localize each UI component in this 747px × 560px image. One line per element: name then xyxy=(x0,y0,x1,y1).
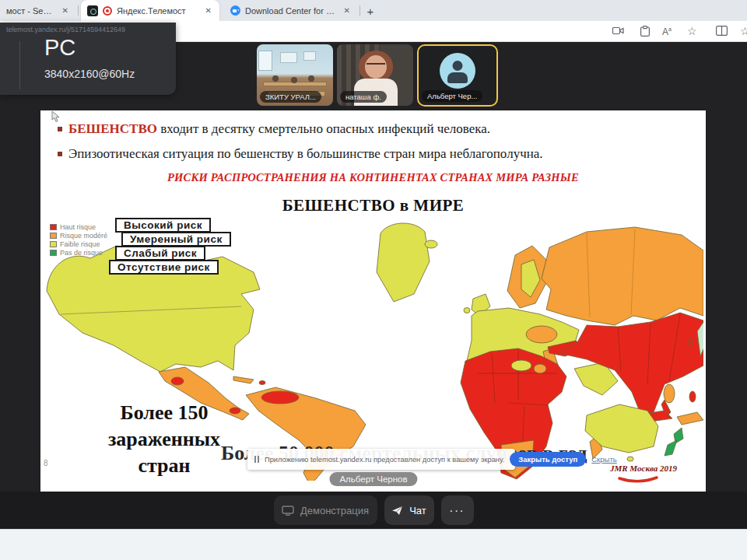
legend-box-low-risk: Слабый риск xyxy=(115,246,205,261)
tab-recording-icon xyxy=(103,6,112,16)
tab-close-icon[interactable]: ✕ xyxy=(61,6,70,15)
legend-box-high-risk: Высокий риск xyxy=(115,218,211,233)
avatar xyxy=(440,53,475,89)
clipboard-icon[interactable] xyxy=(640,26,650,37)
credit-swoosh-icon xyxy=(618,476,658,484)
slide-bullet-2: Эпизоотическая ситуация по бешенству в б… xyxy=(58,146,698,162)
slide-page-marker: 8 xyxy=(44,459,48,467)
mouse-cursor-icon xyxy=(51,111,60,123)
more-options-button[interactable]: ··· xyxy=(441,495,474,525)
shared-source-name: PC xyxy=(44,35,75,61)
person xyxy=(272,75,279,82)
shared-source-resolution: 3840x2160@60Hz xyxy=(44,68,135,80)
map-legend-french: Haut risque Risque modéré Faible risque … xyxy=(50,222,107,257)
legend-box-moderate-risk: Умеренный риск xyxy=(121,232,231,247)
tab-title: Яндекс.Телемост xyxy=(117,6,199,16)
hide-notification-link[interactable]: Скрыть xyxy=(591,455,616,464)
tab-telemost[interactable]: Яндекс.Телемост ✕ xyxy=(81,0,219,21)
meeting-control-bar: Демонстрация Чат ··· xyxy=(0,492,747,529)
telemost-favicon-icon xyxy=(87,5,98,16)
map-credit: JMR Москва 2019 xyxy=(610,464,677,473)
tab-search[interactable]: мост - Search ✕ xyxy=(0,0,76,21)
zoom-favicon-icon xyxy=(230,5,240,16)
shared-url-text: telemost.yandex.ru/j/51714594412649 xyxy=(6,26,171,33)
stop-sharing-button[interactable]: Закрыть доступ xyxy=(510,452,586,467)
map-philippines xyxy=(689,391,696,402)
classroom-board xyxy=(280,52,297,63)
bullet2-text: Эпизоотическая ситуация по бешенству в б… xyxy=(68,146,543,162)
map-iceland xyxy=(425,240,437,248)
map-new-zealand xyxy=(665,440,677,456)
legend-swatch-low xyxy=(50,241,57,247)
participant-name-label: Альберт Чер... xyxy=(422,90,482,102)
map-asia xyxy=(559,313,703,415)
map-title: БЕШЕНСТВО в МИРЕ xyxy=(40,196,706,215)
classroom-board xyxy=(303,51,316,61)
bullet-square-icon xyxy=(58,127,62,131)
legend-swatch-high xyxy=(50,224,57,230)
screen: { "browser": { "tabs": [ { "title": "мос… xyxy=(0,0,747,560)
stat-infected-countries: Более 150 зараженных стран xyxy=(51,400,277,479)
tab-capture-icon[interactable] xyxy=(612,26,624,36)
participant-tile-natasha[interactable]: наташа ф. xyxy=(337,44,413,106)
tab-title: Download Center for Zoom App xyxy=(245,6,338,16)
screen-share-notification: Приложению telemost.yandex.ru предоставл… xyxy=(247,449,515,470)
legend-box-no-risk: Отсутствие риск xyxy=(109,260,219,275)
new-tab-button[interactable]: + xyxy=(363,3,378,19)
map-cuba xyxy=(233,376,254,383)
participant-name-label: ЗКИТУ УРАЛ... xyxy=(260,91,321,103)
tab-zoom-download[interactable]: Download Center for Zoom App ✕ xyxy=(224,0,358,21)
legend-swatch-moderate xyxy=(50,233,57,239)
tab-separator xyxy=(78,5,79,16)
screen-share-source-tooltip: telemost.yandex.ru/j/51714594412649 PC 3… xyxy=(0,23,176,95)
favorites-star-icon[interactable]: ☆ xyxy=(687,25,697,37)
paper-plane-icon xyxy=(391,506,403,516)
bullet-square-icon xyxy=(58,152,62,156)
tab-separator xyxy=(359,5,360,16)
slide-bullet-1: БЕШЕНСТВО входит в десятку смертельно оп… xyxy=(58,121,698,137)
legend-swatch-none xyxy=(50,250,57,256)
bullet1-keyword: БЕШЕНСТВО xyxy=(68,121,157,136)
avatar-person-icon xyxy=(453,61,463,71)
browser-tab-strip: мост - Search ✕ Яндекс.Телемост ✕ Downlo… xyxy=(0,0,747,21)
collections-icon[interactable] xyxy=(716,26,728,36)
slide-subtitle: РИСКИ РАСПРОСТРАНЕНИЯ НА КОНТИНЕНТАХ СТР… xyxy=(40,171,706,184)
capture-bars-icon xyxy=(254,456,259,463)
bullet1-text: входит в десятку смертельно опасных инфе… xyxy=(157,121,490,136)
participant-tile-zkitu[interactable]: ЗКИТУ УРАЛ... xyxy=(257,44,333,106)
share-screen-button[interactable]: Демонстрация xyxy=(274,495,377,525)
avatar-person-icon xyxy=(447,72,468,83)
windows-taskbar xyxy=(0,529,747,560)
participant-name-label: наташа ф. xyxy=(340,91,387,103)
map-russia xyxy=(542,227,703,325)
person-glasses xyxy=(366,63,385,68)
map-greenland xyxy=(377,223,430,302)
notification-message: Приложению telemost.yandex.ru предоставл… xyxy=(265,456,504,464)
tab-close-icon[interactable]: ✕ xyxy=(204,6,213,15)
chat-button[interactable]: Чат xyxy=(384,495,434,525)
tab-close-icon[interactable]: ✕ xyxy=(342,6,352,15)
participant-tile-albert-active[interactable]: Альберт Чер... xyxy=(417,44,498,107)
active-speaker-label: Альберт Чернов xyxy=(329,472,417,486)
map-southeast-asia xyxy=(664,384,675,403)
person xyxy=(308,75,314,82)
tooltip-divider xyxy=(19,41,20,89)
shared-slide: БЕШЕНСТВО входит в десятку смертельно оп… xyxy=(40,110,706,492)
tab-title: мост - Search xyxy=(6,6,56,16)
font-size-icon[interactable]: Aa xyxy=(662,26,672,37)
split-screen-icon[interactable]: ☆ xyxy=(740,25,747,37)
monitor-icon xyxy=(282,506,294,516)
person xyxy=(291,77,297,83)
classroom-window xyxy=(258,51,272,71)
